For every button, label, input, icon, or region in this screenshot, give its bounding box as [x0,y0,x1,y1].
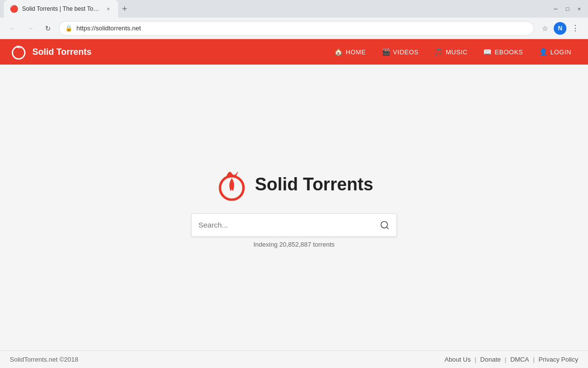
center-logo-text: Solid Torrents [255,174,373,195]
browser-frame: 🔴 Solid Torrents | The best Torrent... ×… [0,0,588,368]
search-box [191,213,397,237]
minimize-button[interactable]: ─ [551,4,561,14]
new-tab-button[interactable]: + [118,0,131,18]
back-button[interactable]: ← [6,22,20,35]
address-bar: ← → ↻ 🔒 https://solidtorrents.net ☆ N ⋮ [0,18,588,39]
bookmark-button[interactable]: ☆ [538,22,552,35]
profile-button[interactable]: N [554,22,566,35]
nav-music[interactable]: 🎵 MUSIC [427,44,474,60]
tab-area: 🔴 Solid Torrents | The best Torrent... ×… [4,0,549,18]
video-icon: 🎬 [382,48,391,56]
nav-videos-label: VIDEOS [393,48,418,56]
title-bar: 🔴 Solid Torrents | The best Torrent... ×… [0,0,588,18]
nav-ebooks-label: EBOOKS [495,48,523,56]
browser-menu-button[interactable]: ⋮ [568,22,582,35]
close-button[interactable]: × [574,4,584,14]
website: Solid Torrents 🏠 HOME 🎬 VIDEOS 🎵 MUSIC 📖 [0,39,588,368]
indexing-text: Indexing 20,852,887 torrents [191,241,397,248]
tab-close-button[interactable]: × [104,5,112,13]
footer-dmca-link[interactable]: DMCA [510,356,529,363]
nav-ebooks[interactable]: 📖 EBOOKS [476,44,530,60]
url-text: https://solidtorrents.net [76,24,528,32]
ebook-icon: 📖 [483,48,492,56]
footer-about-link[interactable]: About Us [444,356,470,363]
reload-button[interactable]: ↻ [41,22,55,35]
window-controls: ─ □ × [551,4,584,14]
tab-favicon: 🔴 [10,5,18,13]
maximize-button[interactable]: □ [563,4,572,14]
nav-home[interactable]: 🏠 HOME [327,44,373,60]
nav-home-label: HOME [346,48,366,56]
search-icon [380,220,390,230]
address-actions: ☆ N ⋮ [538,22,582,35]
site-logo-area: Solid Torrents [10,43,327,61]
search-button[interactable] [380,220,390,230]
music-icon: 🎵 [434,48,443,56]
search-box-wrap: Indexing 20,852,887 torrents [191,213,397,248]
nav-videos[interactable]: 🎬 VIDEOS [375,44,426,60]
center-logo: Solid Torrents [215,167,373,202]
search-input[interactable] [198,221,380,229]
tab-title: Solid Torrents | The best Torrent... [22,5,100,12]
site-nav: 🏠 HOME 🎬 VIDEOS 🎵 MUSIC 📖 EBOOKS 👤 [327,44,578,60]
site-logo-text: Solid Torrents [32,47,92,57]
footer-sep-2: | [505,356,506,363]
site-footer: SolidTorrents.net ©2018 About Us | Donat… [0,350,588,368]
footer-links: About Us | Donate | DMCA | Privacy Polic… [444,356,578,363]
active-tab[interactable]: 🔴 Solid Torrents | The best Torrent... × [4,0,118,18]
footer-privacy-link[interactable]: Privacy Policy [539,356,578,363]
footer-sep-3: | [533,356,535,363]
home-icon: 🏠 [334,48,343,56]
footer-donate-link[interactable]: Donate [480,356,501,363]
svg-line-3 [387,227,389,229]
center-logo-icon [215,167,249,202]
user-icon: 👤 [539,48,548,56]
logo-icon [10,43,27,61]
nav-login-label: LOGIN [550,48,571,56]
site-header: Solid Torrents 🏠 HOME 🎬 VIDEOS 🎵 MUSIC 📖 [0,39,588,65]
nav-music-label: MUSIC [446,48,467,56]
lock-icon: 🔒 [65,25,73,32]
footer-copyright: SolidTorrents.net ©2018 [10,356,444,363]
site-main: Solid Torrents Indexing 20,852,887 torre… [0,65,588,350]
footer-sep-1: | [475,356,476,363]
forward-button[interactable]: → [24,22,37,35]
nav-login[interactable]: 👤 LOGIN [532,44,578,60]
url-bar[interactable]: 🔒 https://solidtorrents.net [59,21,534,36]
